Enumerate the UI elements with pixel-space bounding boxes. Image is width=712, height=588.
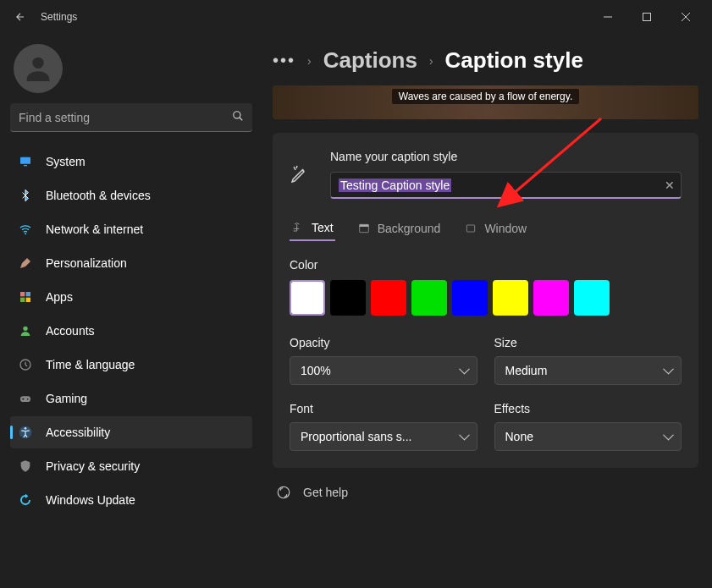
sidebar-item-label: Time & language [46, 358, 135, 371]
breadcrumb: ••• › Captions › Caption style [273, 34, 698, 85]
sidebar-item-label: Privacy & security [46, 459, 140, 473]
name-input-label: Name your caption style [330, 150, 682, 163]
effects-label: Effects [494, 402, 682, 415]
text-tab-icon [291, 221, 305, 234]
caption-preview: Waves are caused by a flow of energy. [273, 85, 698, 119]
svg-line-6 [240, 118, 243, 121]
clear-input-button[interactable]: ✕ [665, 179, 675, 192]
svg-rect-11 [26, 292, 30, 296]
effects-select[interactable]: None [494, 422, 682, 451]
sidebar-item-gaming[interactable]: Gaming [10, 382, 252, 415]
color-swatch[interactable] [371, 280, 406, 316]
sidebar-item-label: Gaming [46, 392, 87, 405]
clock-icon [19, 358, 32, 371]
svg-rect-12 [20, 298, 25, 302]
sidebar-item-privacy-security[interactable]: Privacy & security [10, 450, 252, 482]
sidebar-item-time-language[interactable]: Time & language [10, 349, 252, 381]
avatar[interactable] [14, 44, 63, 93]
background-tab-icon [357, 222, 371, 235]
minimize-button[interactable] [588, 3, 627, 30]
svg-point-5 [234, 112, 240, 118]
color-section-label: Color [290, 258, 682, 272]
sidebar-item-label: Network & internet [46, 223, 143, 236]
sidebar-item-label: System [46, 155, 86, 168]
sidebar-item-label: Personalization [46, 256, 127, 270]
chevron-right-icon: › [429, 54, 433, 68]
svg-rect-13 [26, 298, 30, 302]
back-button[interactable] [7, 3, 34, 30]
caption-style-name-input[interactable] [330, 172, 682, 199]
pen-icon [290, 164, 310, 184]
sidebar-item-apps[interactable]: Apps [10, 281, 252, 313]
svg-point-14 [23, 327, 27, 331]
monitor-icon [19, 155, 32, 168]
sidebar-item-label: Bluetooth & devices [46, 189, 151, 202]
opacity-select[interactable]: 100% [290, 356, 477, 385]
gamepad-icon [19, 392, 32, 405]
sidebar-item-bluetooth-devices[interactable]: Bluetooth & devices [10, 179, 252, 212]
close-button[interactable] [666, 3, 705, 30]
page-title: Caption style [445, 47, 583, 74]
color-swatch[interactable] [330, 280, 366, 316]
sidebar-item-accessibility[interactable]: Accessibility [10, 416, 252, 448]
sidebar-item-network-internet[interactable]: Network & internet [10, 213, 252, 245]
svg-rect-1 [643, 14, 651, 21]
breadcrumb-captions-link[interactable]: Captions [323, 47, 417, 74]
breadcrumb-more[interactable]: ••• [273, 51, 295, 70]
svg-point-4 [32, 58, 43, 69]
apps-icon [19, 290, 32, 304]
sidebar-item-label: Accessibility [46, 426, 110, 439]
sidebar-item-personalization[interactable]: Personalization [10, 247, 252, 279]
tab-text[interactable]: Text [290, 216, 335, 241]
sidebar-item-label: Accounts [46, 324, 95, 338]
color-swatch[interactable] [574, 280, 610, 316]
shield-icon [19, 459, 32, 473]
svg-point-23 [278, 486, 290, 498]
svg-rect-21 [359, 224, 368, 227]
update-icon [19, 493, 32, 507]
maximize-button[interactable] [627, 3, 666, 30]
opacity-label: Opacity [290, 336, 477, 349]
window-tab-icon [464, 222, 477, 235]
svg-point-19 [19, 426, 32, 439]
svg-point-9 [25, 233, 26, 234]
size-label: Size [494, 336, 682, 349]
font-select[interactable]: Proportional sans s... [290, 422, 477, 451]
accessibility-icon [19, 426, 32, 439]
tab-background[interactable]: Background [356, 216, 443, 241]
tab-window[interactable]: Window [462, 216, 528, 241]
svg-point-17 [27, 398, 29, 400]
wifi-icon [19, 223, 32, 236]
color-swatch[interactable] [493, 280, 528, 316]
color-swatch[interactable] [533, 280, 569, 316]
window-title: Settings [41, 11, 77, 23]
brush-icon [19, 256, 32, 270]
help-icon [276, 485, 291, 500]
sidebar-item-label: Apps [46, 290, 73, 304]
color-swatch[interactable] [290, 280, 325, 316]
sidebar-item-windows-update[interactable]: Windows Update [10, 484, 252, 516]
chevron-right-icon: › [307, 54, 312, 68]
size-select[interactable]: Medium [494, 356, 682, 385]
preview-caption-text: Waves are caused by a flow of energy. [392, 89, 579, 104]
person-icon [19, 324, 32, 338]
bluetooth-icon [19, 189, 32, 202]
search-icon [232, 110, 244, 125]
color-swatch[interactable] [411, 280, 447, 316]
svg-rect-10 [20, 292, 25, 296]
font-label: Font [290, 402, 477, 415]
get-help-link[interactable]: Get help [303, 486, 348, 499]
sidebar-item-label: Windows Update [46, 493, 135, 507]
sidebar-item-system[interactable]: System [10, 146, 252, 178]
svg-rect-8 [24, 165, 27, 166]
svg-rect-22 [467, 225, 475, 232]
sidebar-item-accounts[interactable]: Accounts [10, 315, 252, 347]
svg-rect-16 [20, 396, 30, 402]
svg-rect-7 [20, 157, 30, 164]
color-swatch[interactable] [452, 280, 488, 316]
search-input[interactable] [10, 103, 252, 132]
